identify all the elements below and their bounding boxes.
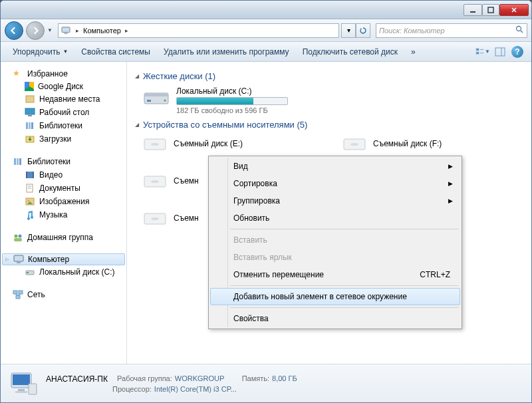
submenu-arrow-icon: ▶ (448, 163, 453, 170)
map-network-drive-button[interactable]: Подключить сетевой диск (296, 45, 404, 59)
svg-rect-16 (29, 122, 31, 129)
svg-point-49 (350, 143, 358, 146)
pictures-icon (25, 196, 35, 207)
search-input[interactable]: Поиск: Компьютер (376, 23, 527, 38)
network-icon (13, 289, 23, 300)
recent-icon (25, 94, 35, 104)
maximize-button[interactable] (482, 4, 499, 16)
toolbar-overflow-button[interactable]: » (404, 45, 422, 59)
drive-free-space: 182 ГБ свободно из 596 ГБ (176, 106, 288, 114)
minimize-button[interactable] (464, 4, 482, 16)
toolbar: Упорядочить ▼ Свойства системы Удалить и… (1, 42, 531, 62)
ctx-view[interactable]: Вид▶ (210, 158, 460, 175)
music-icon (25, 209, 35, 220)
removable-section-header[interactable]: Устройства со съемными носителями (5) (130, 117, 531, 132)
documents-icon (25, 183, 35, 194)
google-drive-icon (25, 82, 34, 91)
hdd-section-header[interactable]: Жесткие диски (1) (130, 68, 531, 84)
computer-icon (61, 27, 70, 35)
removable-drive-f[interactable]: Съемный диск (F:) (342, 135, 489, 152)
svg-rect-57 (15, 391, 27, 393)
breadcrumb-arrow-icon[interactable]: ▸ (122, 27, 131, 34)
organize-button[interactable]: Упорядочить ▼ (6, 45, 74, 59)
sidebar-item-documents[interactable]: Документы (1, 182, 126, 195)
favorites-header[interactable]: ★ Избранное (1, 67, 126, 80)
svg-rect-34 (17, 262, 21, 263)
sidebar-item-libraries[interactable]: Библиотеки (1, 119, 126, 132)
forward-button[interactable] (26, 21, 45, 40)
capacity-bar (176, 97, 288, 105)
svg-rect-2 (62, 27, 70, 32)
hdd-icon (143, 86, 170, 108)
preview-pane-button[interactable] (493, 45, 507, 59)
address-bar[interactable]: ▸ Компьютер ▸ (58, 23, 339, 38)
svg-rect-55 (13, 374, 30, 385)
sidebar-item-recent[interactable]: Недавние места (1, 92, 126, 106)
svg-rect-1 (488, 7, 493, 13)
svg-rect-7 (476, 52, 479, 55)
svg-point-30 (15, 235, 18, 238)
svg-rect-21 (19, 158, 21, 165)
sidebar-item-google-drive[interactable]: Google Диск (1, 80, 126, 92)
titlebar (1, 1, 531, 19)
computer-large-icon (9, 369, 38, 398)
back-button[interactable] (5, 21, 23, 40)
ctx-group[interactable]: Группировка▶ (210, 192, 460, 209)
sidebar-item-downloads[interactable]: Загрузки (1, 132, 126, 146)
breadcrumb-item[interactable]: Компьютер (82, 27, 122, 35)
ctx-refresh[interactable]: Обновить (210, 209, 460, 227)
sidebar-item-videos[interactable]: Видео (1, 168, 126, 182)
svg-rect-36 (27, 272, 29, 273)
view-mode-button[interactable]: ▼ (475, 45, 490, 59)
svg-rect-3 (64, 33, 67, 34)
sidebar-item-desktop[interactable]: Рабочий стол (1, 106, 126, 119)
close-button[interactable] (499, 4, 529, 16)
system-properties-button[interactable]: Свойства системы (74, 45, 157, 59)
uninstall-program-button[interactable]: Удалить или изменить программу (157, 45, 296, 59)
refresh-button[interactable] (356, 23, 370, 38)
navbar: ▼ ▸ Компьютер ▸ ▾ Поиск: Компьютер (1, 19, 531, 42)
svg-rect-39 (16, 295, 20, 299)
ctx-properties[interactable]: Свойства (210, 310, 460, 327)
svg-point-47 (151, 143, 159, 146)
removable-drive-e[interactable]: Съемный диск (E:) (143, 135, 289, 152)
sidebar-item-local-disk-c[interactable]: Локальный диск (C:) (1, 265, 126, 279)
ctx-undo-move[interactable]: Отменить перемещениеCTRL+Z (210, 266, 460, 283)
details-pane: АНАСТАСИЯ-ПК Рабочая группа: WORKGROUP П… (1, 364, 531, 402)
ctx-separator (230, 229, 459, 229)
svg-rect-14 (28, 115, 32, 116)
svg-rect-6 (476, 48, 479, 51)
libraries-header[interactable]: Библиотеки (1, 155, 126, 168)
svg-line-5 (521, 31, 523, 33)
computer-header[interactable]: Компьютер (2, 253, 125, 265)
ctx-sort[interactable]: Сортировка▶ (210, 175, 460, 192)
svg-rect-19 (14, 158, 16, 165)
svg-rect-20 (17, 158, 19, 165)
svg-rect-32 (14, 238, 22, 241)
svg-rect-38 (19, 291, 23, 294)
star-icon: ★ (13, 68, 23, 79)
svg-point-31 (19, 235, 22, 238)
ctx-separator (230, 285, 459, 286)
search-icon (515, 25, 524, 35)
address-dropdown-button[interactable]: ▾ (341, 23, 356, 38)
video-icon (25, 170, 35, 180)
svg-point-4 (517, 27, 521, 31)
svg-rect-17 (31, 122, 33, 129)
help-button[interactable]: ? (510, 45, 525, 59)
svg-rect-56 (18, 389, 25, 391)
removable-drive-icon (143, 135, 167, 152)
svg-rect-33 (14, 255, 23, 261)
network-header[interactable]: Сеть (1, 288, 126, 301)
removable-drive-icon (143, 172, 167, 190)
svg-point-44 (164, 100, 166, 102)
sidebar-item-music[interactable]: Музыка (1, 208, 126, 221)
homegroup-header[interactable]: Домашняя группа (1, 231, 126, 244)
sidebar-item-pictures[interactable]: Изображения (1, 195, 126, 208)
svg-rect-58 (29, 384, 37, 394)
history-dropdown[interactable]: ▼ (47, 27, 55, 33)
ctx-add-network-location[interactable]: Добавить новый элемент в сетевое окружен… (210, 288, 460, 305)
explorer-window: ▼ ▸ Компьютер ▸ ▾ Поиск: Компьютер Упоря… (0, 0, 532, 403)
svg-rect-13 (25, 108, 35, 114)
drive-item-c[interactable]: Локальный диск (C:) 182 ГБ свободно из 5… (130, 84, 531, 117)
